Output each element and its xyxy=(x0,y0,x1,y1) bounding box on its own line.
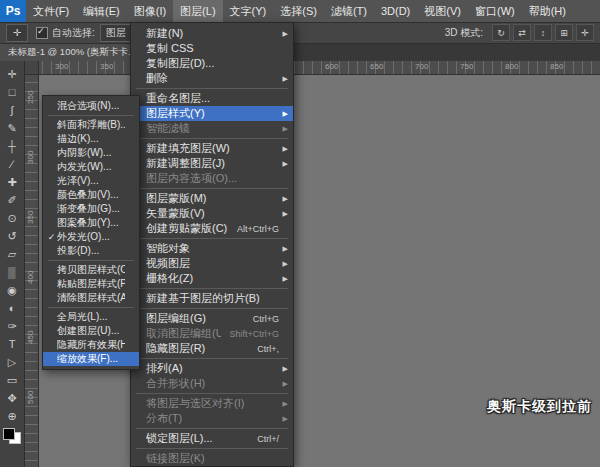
layer-style-item-label: 内发光(W)... xyxy=(57,160,125,174)
layer-menu-item[interactable]: 新建填充图层(W)▶ xyxy=(131,141,293,156)
color-swatches[interactable] xyxy=(3,428,21,444)
layer-menu-separator xyxy=(136,188,288,189)
eraser-tool[interactable]: ▱ xyxy=(2,245,23,263)
layer-style-item[interactable]: 颜色叠加(V)... xyxy=(43,188,139,202)
layer-menu-item-label: 分布(T) xyxy=(146,411,279,426)
layer-menu-item[interactable]: 新建(N)▶ xyxy=(131,26,293,41)
3d-mode-icon[interactable]: ⇄ xyxy=(513,24,531,41)
menubar-item[interactable]: 图层(L) xyxy=(173,0,222,22)
submenu-arrow-icon: ▶ xyxy=(279,415,288,423)
3d-mode-label: 3D 模式: xyxy=(445,26,483,40)
layer-menu-item[interactable]: 新建基于图层的切片(B) xyxy=(131,291,293,306)
layer-menu-item[interactable]: 新建调整图层(J)▶ xyxy=(131,156,293,171)
marquee-tool[interactable]: □ xyxy=(2,83,23,101)
layer-menu-item[interactable]: 图层蒙版(M)▶ xyxy=(131,191,293,206)
horizontal-ruler[interactable]: 300350400450500550600650700750800850 xyxy=(25,61,600,75)
vertical-ruler[interactable]: 250300350400450500 xyxy=(25,74,39,467)
layer-style-separator xyxy=(48,307,134,308)
layer-style-item[interactable]: 混合选项(N)... xyxy=(43,99,139,113)
menubar-item[interactable]: 帮助(H) xyxy=(522,0,573,22)
3d-mode-icon[interactable]: ✛ xyxy=(576,24,594,41)
layer-menu-item-label: 复制图层(D)... xyxy=(146,56,279,71)
dodge-tool[interactable]: ◐ xyxy=(2,299,23,317)
menubar-item[interactable]: 编辑(E) xyxy=(76,0,127,22)
current-tool-icon[interactable]: ✛ xyxy=(6,24,28,42)
layer-style-item[interactable]: 拷贝图层样式(C) xyxy=(43,263,139,277)
shape-tool[interactable]: ▭ xyxy=(2,371,23,389)
tool-list: ✛□ʃ✎┼∕✚✐⊙↺▱▒◉◐✑T▷▭✥⊕ xyxy=(2,65,23,425)
menubar-item[interactable]: 图像(I) xyxy=(127,0,173,22)
layer-menu-item[interactable]: 删除▶ xyxy=(131,71,293,86)
layer-menu-dropdown: 新建(N)▶复制 CSS复制图层(D)...删除▶重命名图层...图层样式(Y)… xyxy=(130,22,294,467)
zoom-tool[interactable]: ⊕ xyxy=(2,407,23,425)
layer-menu-item[interactable]: 复制图层(D)... xyxy=(131,56,293,71)
layer-style-item-label: 图案叠加(Y)... xyxy=(57,216,125,230)
layer-style-item[interactable]: 投影(D)... xyxy=(43,244,139,258)
layer-menu-item[interactable]: 隐藏图层(R)Ctrl+, xyxy=(131,341,293,356)
shortcut-label: Ctrl+G xyxy=(253,314,279,324)
ruler-number: 800 xyxy=(505,62,518,71)
menubar-item[interactable]: 视图(V) xyxy=(417,0,468,22)
layer-menu-item[interactable]: 创建剪贴蒙版(C)Alt+Ctrl+G xyxy=(131,221,293,236)
clone-stamp-tool[interactable]: ⊙ xyxy=(2,209,23,227)
layer-style-item[interactable]: 内发光(W)... xyxy=(43,160,139,174)
layer-menu-item-label: 新建填充图层(W) xyxy=(146,141,279,156)
menubar-item[interactable]: 文字(Y) xyxy=(223,0,274,22)
layer-style-item[interactable]: 内阴影(W)... xyxy=(43,146,139,160)
history-brush-tool[interactable]: ↺ xyxy=(2,227,23,245)
move-tool[interactable]: ✛ xyxy=(2,65,23,83)
layer-style-item[interactable]: 创建图层(U)... xyxy=(43,324,139,338)
eyedropper-tool[interactable]: ∕ xyxy=(2,155,23,173)
layer-menu-item[interactable]: 矢量蒙版(V)▶ xyxy=(131,206,293,221)
layer-style-item[interactable]: ✓外发光(O)... xyxy=(43,230,139,244)
ruler-number: 850 xyxy=(550,62,563,71)
menubar-item[interactable]: 滤镜(T) xyxy=(324,0,374,22)
menubar-item[interactable]: 选择(S) xyxy=(273,0,324,22)
pen-tool[interactable]: ✑ xyxy=(2,317,23,335)
hand-tool[interactable]: ✥ xyxy=(2,389,23,407)
layer-style-item[interactable]: 粘贴图层样式(P) xyxy=(43,277,139,291)
healing-brush-tool[interactable]: ✚ xyxy=(2,173,23,191)
layer-style-item-label: 斜面和浮雕(B)... xyxy=(57,118,125,132)
layer-menu-separator xyxy=(136,428,288,429)
layer-menu-item[interactable]: 复制 CSS xyxy=(131,41,293,56)
layer-menu-item[interactable]: 锁定图层(L)...Ctrl+/ xyxy=(131,431,293,446)
menubar-item[interactable]: 窗口(W) xyxy=(468,0,522,22)
layer-style-item-label: 光泽(V)... xyxy=(57,174,125,188)
foreground-color-swatch[interactable] xyxy=(3,428,15,440)
3d-mode-icon[interactable]: ↻ xyxy=(492,24,510,41)
layer-menu-item-label: 智能滤镜 xyxy=(146,121,279,136)
layer-menu-item[interactable]: 重命名图层... xyxy=(131,91,293,106)
crop-tool[interactable]: ┼ xyxy=(2,137,23,155)
layer-style-item[interactable]: 图案叠加(Y)... xyxy=(43,216,139,230)
layer-style-item[interactable]: 光泽(V)... xyxy=(43,174,139,188)
blur-tool[interactable]: ◉ xyxy=(2,281,23,299)
layer-style-item[interactable]: 隐藏所有效果(H) xyxy=(43,338,139,352)
auto-select-checkbox[interactable] xyxy=(36,27,48,39)
layer-style-item[interactable]: 斜面和浮雕(B)... xyxy=(43,118,139,132)
layer-menu-item[interactable]: 图层样式(Y)▶ xyxy=(131,106,293,121)
path-selection-tool[interactable]: ▷ xyxy=(2,353,23,371)
layer-menu-item[interactable]: 排列(A)▶ xyxy=(131,361,293,376)
layer-menu-separator xyxy=(136,448,288,449)
3d-mode-icon[interactable]: ↕ xyxy=(534,24,552,41)
menubar-item[interactable]: 文件(F) xyxy=(26,0,76,22)
ruler-corner xyxy=(25,61,39,75)
layer-style-item[interactable]: 清除图层样式(A) xyxy=(43,291,139,305)
layer-menu-item[interactable]: 栅格化(Z)▶ xyxy=(131,271,293,286)
type-tool[interactable]: T xyxy=(2,335,23,353)
layer-menu-item[interactable]: 图层编组(G)Ctrl+G xyxy=(131,311,293,326)
3d-mode-icon[interactable]: ⊞ xyxy=(555,24,573,41)
layer-style-item[interactable]: 渐变叠加(G)... xyxy=(43,202,139,216)
gradient-tool[interactable]: ▒ xyxy=(2,263,23,281)
quick-selection-tool[interactable]: ✎ xyxy=(2,119,23,137)
menubar-item[interactable]: 3D(D) xyxy=(374,0,417,22)
layer-style-item[interactable]: 缩放效果(F)... xyxy=(43,352,139,366)
layer-menu-item[interactable]: 视频图层▶ xyxy=(131,256,293,271)
auto-select-value: 图层 xyxy=(106,26,126,40)
lasso-tool[interactable]: ʃ xyxy=(2,101,23,119)
layer-style-item[interactable]: 描边(K)... xyxy=(43,132,139,146)
brush-tool[interactable]: ✐ xyxy=(2,191,23,209)
layer-style-item[interactable]: 全局光(L)... xyxy=(43,310,139,324)
layer-menu-item[interactable]: 智能对象▶ xyxy=(131,241,293,256)
